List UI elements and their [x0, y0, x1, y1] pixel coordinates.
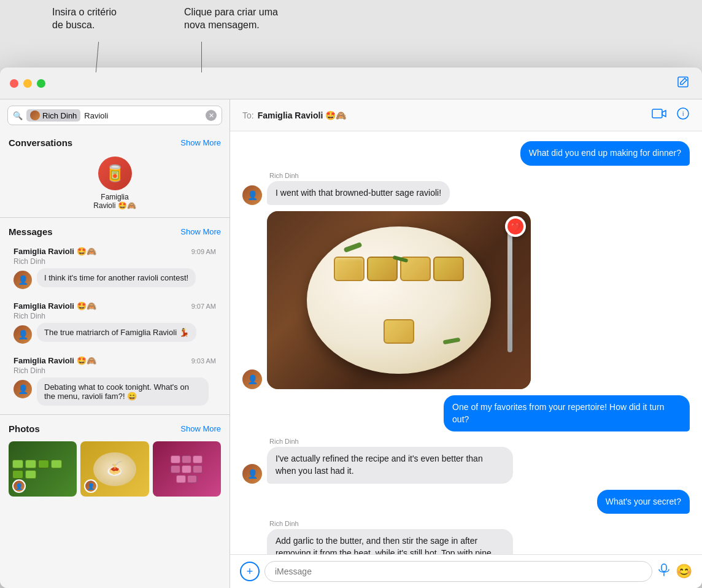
msg-sender-3: Rich Dinh [14, 366, 216, 375]
chat-to-label: To: [242, 110, 254, 120]
ravioli-image[interactable]: ❤️ [267, 211, 531, 389]
search-input-value[interactable]: Ravioli [84, 111, 202, 120]
photos-show-more[interactable]: Show More [180, 424, 221, 433]
msg-time-3: 9:03 AM [191, 357, 216, 365]
svg-rect-1 [652, 109, 662, 118]
photo-thumb-2[interactable]: 🍝 👤 [80, 441, 148, 497]
chat-area: To: Famiglia Ravioli 🤩🙈 [230, 99, 702, 588]
photos-title: Photos [9, 424, 40, 434]
video-call-button[interactable] [652, 108, 666, 122]
audio-button[interactable] [657, 563, 671, 580]
msg-from-2: Famiglia Ravioli 🤩🙈 [14, 301, 96, 311]
search-bar[interactable]: 🔍 Rich Dinh Ravioli ✕ [7, 106, 222, 125]
input-area: + 😊 [230, 554, 702, 588]
chat-header: To: Famiglia Ravioli 🤩🙈 [230, 99, 702, 131]
compose-button[interactable] [676, 75, 690, 91]
minimize-button[interactable] [23, 79, 32, 88]
svg-rect-4 [662, 564, 666, 571]
msg-avatar-1: 👤 [14, 271, 32, 289]
message-result-2[interactable]: Famiglia Ravioli 🤩🙈 9:07 AM Rich Dinh 👤 … [5, 296, 225, 349]
msg-content-5: Rich Dinh I've actually refined the reci… [267, 438, 513, 483]
photo-avatar-1: 👤 [12, 479, 26, 493]
message-input[interactable] [264, 561, 652, 582]
message-row-3: 👤 [242, 211, 690, 389]
bubble-2: I went with that browned-butter sage rav… [267, 181, 450, 206]
heart-reaction: ❤️ [507, 219, 523, 234]
photos-grid: 👤 🍝 👤 [0, 438, 230, 505]
photo-thumb-3[interactable] [153, 441, 221, 497]
msg-time-1: 9:09 AM [191, 248, 216, 255]
conv-avatar-emoji: 🥫 [105, 164, 125, 183]
ravioli-photo-bg: ❤️ [267, 211, 531, 389]
msg-avatar-2: 👤 [14, 325, 32, 344]
sender-name-2: Rich Dinh [267, 172, 299, 179]
bubble-7: Add garlic to the butter, and then stir … [267, 529, 513, 554]
conversation-item-famiglia-ravioli[interactable]: 🥫 FamigliaRavioli 🤩🙈 [0, 152, 230, 215]
reaction-wrapper: ❤️ [505, 216, 526, 237]
annotation-compose: Clique para criar umanova mensagem. [184, 6, 278, 32]
msg-avatar-rich-3: 👤 [242, 464, 262, 484]
msg-content-1: What did you end up making for dinner? [520, 141, 690, 166]
bubble-1: What did you end up making for dinner? [520, 141, 690, 166]
separator-1 [0, 217, 230, 218]
chat-header-icons: i [652, 107, 690, 123]
messages-section-header: Messages Show More [0, 220, 230, 241]
info-button[interactable]: i [676, 107, 690, 123]
chat-recipient-name: Famiglia Ravioli 🤩🙈 [258, 110, 346, 120]
message-row-4: One of my favorites from your repertoire… [242, 395, 690, 431]
photos-section-header: Photos Show More [0, 417, 230, 438]
bubble-5: I've actually refined the recipe and it'… [267, 447, 513, 483]
close-button[interactable] [10, 79, 18, 88]
emoji-button[interactable]: 😊 [676, 563, 692, 579]
msg-content-4: One of my favorites from your repertoire… [444, 395, 690, 431]
msg-sender-1: Rich Dinh [14, 257, 216, 266]
msg-bubble-2: The true matriarch of Famiglia Ravioli 💃 [37, 323, 196, 342]
messages-container: What did you end up making for dinner? 👤… [230, 131, 702, 554]
plate [307, 226, 491, 374]
msg-avatar-3: 👤 [14, 380, 32, 398]
traffic-lights [0, 79, 45, 88]
search-icon: 🔍 [13, 111, 23, 120]
msg-bubble-1: I think it's time for another ravioli co… [37, 268, 196, 287]
message-row-6: What's your secret? [242, 490, 690, 514]
maximize-button[interactable] [37, 79, 45, 88]
msg-from-1: Famiglia Ravioli 🤩🙈 [14, 247, 96, 256]
msg-content-img: ❤️ [267, 211, 513, 389]
sidebar: 🔍 Rich Dinh Ravioli ✕ Conversations Show… [0, 99, 230, 588]
svg-rect-0 [678, 77, 688, 87]
search-tag-label: Rich Dinh [42, 111, 77, 120]
title-bar [0, 68, 702, 99]
message-row-5: 👤 Rich Dinh I've actually refined the re… [242, 438, 690, 483]
fork [507, 230, 512, 352]
message-row-7: 👤 Rich Dinh Add garlic to the butter, an… [242, 520, 690, 554]
messages-show-more[interactable]: Show More [180, 227, 221, 236]
conversations-show-more[interactable]: Show More [180, 138, 221, 147]
conversations-section-header: Conversations Show More [0, 131, 230, 152]
msg-avatar-rich-2: 👤 [242, 369, 262, 389]
photo-thumb-1[interactable]: 👤 [9, 441, 77, 497]
conv-avatar-famiglia: 🥫 [98, 157, 132, 190]
annotation-search: Insira o critériode busca. [52, 6, 117, 32]
bubble-6: What's your secret? [597, 490, 690, 514]
separator-2 [0, 414, 230, 415]
bubble-4: One of my favorites from your repertoire… [444, 395, 690, 431]
msg-content-6: What's your secret? [597, 490, 690, 514]
search-tag: Rich Dinh [26, 109, 80, 122]
message-result-1[interactable]: Famiglia Ravioli 🤩🙈 9:09 AM Rich Dinh 👤 … [5, 242, 225, 294]
conv-name-famiglia: FamigliaRavioli 🤩🙈 [93, 193, 136, 210]
msg-sender-2: Rich Dinh [14, 312, 216, 320]
sender-name-5: Rich Dinh [267, 438, 299, 445]
message-result-3[interactable]: Famiglia Ravioli 🤩🙈 9:03 AM Rich Dinh 👤 … [5, 351, 225, 411]
msg-content-7: Rich Dinh Add garlic to the butter, and … [267, 520, 513, 554]
msg-bubble-3: Debating what to cook tonight. What's on… [37, 377, 209, 406]
message-row-1: What did you end up making for dinner? [242, 141, 690, 166]
conversations-title: Conversations [9, 137, 72, 148]
msg-from-3: Famiglia Ravioli 🤩🙈 [14, 356, 96, 365]
msg-time-2: 9:07 AM [191, 303, 216, 310]
search-clear-button[interactable]: ✕ [206, 110, 217, 121]
msg-avatar-rich-1: 👤 [242, 185, 262, 205]
svg-text:i: i [682, 110, 684, 117]
msg-content-2: Rich Dinh I went with that browned-butte… [267, 172, 450, 206]
add-attachment-button[interactable]: + [240, 562, 260, 581]
sender-name-7: Rich Dinh [267, 520, 299, 527]
